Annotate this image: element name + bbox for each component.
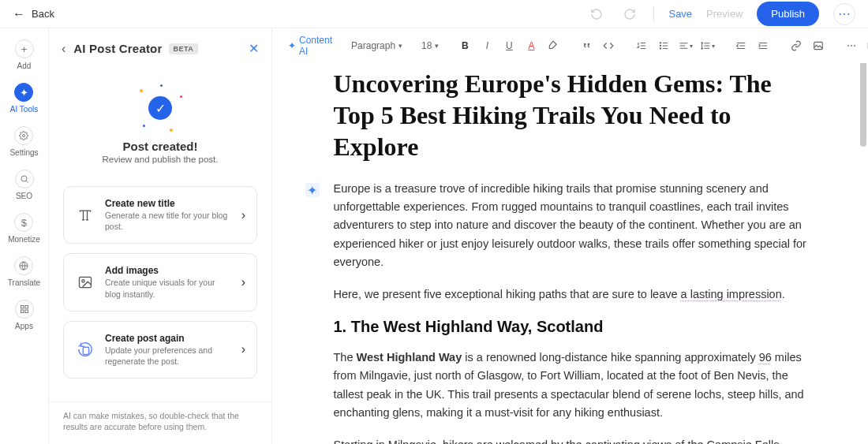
rail-label: AI Tools (10, 105, 38, 114)
sparkle-icon: ✦ (14, 83, 33, 102)
save-button[interactable]: Save (668, 8, 692, 20)
quote-button[interactable] (579, 39, 593, 53)
svg-rect-9 (83, 348, 88, 355)
content-ai-button[interactable]: ✦ Content AI (288, 35, 332, 57)
rail-item-translate[interactable]: Translate (8, 256, 40, 287)
chevron-down-icon: ▾ (398, 42, 402, 50)
svg-rect-3 (21, 306, 24, 309)
plus-icon: + (15, 39, 34, 58)
rail-item-add[interactable]: + Add (15, 39, 34, 70)
image-icon (75, 272, 95, 293)
rail-label: Apps (15, 322, 33, 330)
link-button[interactable] (789, 39, 803, 53)
scrollbar[interactable] (860, 28, 866, 444)
left-rail: + Add ✦ AI Tools Settings SEO $ Monetize (0, 28, 49, 444)
card-desc: Generate a new title for your blog post. (105, 210, 232, 232)
card-title: Add images (105, 265, 232, 276)
close-icon[interactable]: ✕ (249, 41, 259, 56)
chevron-right-icon: › (241, 342, 245, 356)
title-icon (75, 205, 95, 226)
card-create-new-title[interactable]: Create new title Generate a new title fo… (63, 186, 257, 244)
publish-button[interactable]: Publish (757, 2, 819, 26)
italic-button[interactable]: I (480, 39, 494, 53)
chevron-down-icon: ▾ (435, 42, 439, 50)
toolbar-more-button[interactable]: ⋯ (844, 39, 859, 53)
beta-badge: BETA (169, 43, 199, 54)
font-size-select[interactable]: 18 ▾ (421, 40, 439, 51)
rail-item-settings[interactable]: Settings (9, 126, 38, 157)
panel-back-button[interactable]: ‹ (62, 42, 65, 56)
editor-area: ✦ Content AI Paragraph ▾ 18 ▾ B I U A (272, 28, 868, 444)
paragraph-select[interactable]: Paragraph ▾ (351, 40, 402, 51)
svg-rect-5 (21, 310, 24, 313)
more-button[interactable]: ⋯ (833, 3, 855, 25)
check-icon: ✓ (148, 96, 172, 120)
svg-point-0 (23, 135, 25, 137)
bullet-list-button[interactable] (657, 39, 671, 53)
text-color-button[interactable]: A (524, 39, 538, 53)
underline-button[interactable]: U (502, 39, 516, 53)
highlight-button[interactable] (546, 39, 560, 53)
image-insert-button[interactable] (811, 39, 825, 53)
success-subtitle: Review and publish the post. (63, 155, 257, 164)
top-actions: Save Preview Publish ⋯ (587, 2, 855, 26)
svg-point-10 (660, 43, 661, 43)
svg-rect-4 (25, 306, 28, 309)
rail-item-ai-tools[interactable]: ✦ AI Tools (10, 83, 38, 114)
card-create-post-again[interactable]: Create post again Update your preference… (63, 321, 257, 379)
search-icon (15, 170, 34, 188)
doc-paragraph[interactable]: Europe is a treasure trove of incredible… (334, 180, 807, 271)
sparkle-icon: ✦ (288, 40, 296, 51)
back-button[interactable]: ← Back (13, 7, 54, 21)
spellcheck-underline[interactable]: 96 (759, 351, 772, 364)
chevron-right-icon: › (241, 275, 245, 289)
ellipsis-icon: ⋯ (838, 6, 851, 21)
card-add-images[interactable]: Add images Create unique visuals for you… (63, 253, 257, 311)
chevron-right-icon: › (241, 208, 245, 222)
bold-button[interactable]: B (458, 39, 472, 53)
svg-rect-6 (25, 310, 28, 313)
doc-paragraph[interactable]: The West Highland Way is a renowned long… (334, 349, 807, 422)
doc-heading[interactable]: 1. The West Highland Way, Scotland (334, 318, 807, 336)
line-height-button[interactable]: ▾ (701, 39, 715, 53)
increase-indent-button[interactable] (756, 39, 770, 53)
document-content[interactable]: Uncovering Europe's Hidden Gems: The Top… (286, 63, 855, 444)
align-button[interactable]: ▾ (679, 39, 693, 53)
svg-point-1 (21, 176, 27, 181)
ai-badge-icon[interactable]: ✦ (305, 183, 320, 197)
numbered-list-button[interactable] (634, 39, 649, 53)
svg-rect-7 (80, 277, 92, 287)
code-button[interactable] (601, 39, 615, 53)
regenerate-icon (75, 339, 95, 360)
undo-button[interactable] (587, 5, 606, 24)
card-desc: Update your preferences and regenerate t… (105, 345, 232, 367)
rail-item-seo[interactable]: SEO (15, 170, 34, 200)
preview-button: Preview (706, 8, 743, 20)
success-graphic: ✓ (137, 84, 184, 132)
svg-point-8 (82, 280, 84, 282)
globe-icon (14, 256, 33, 275)
decrease-indent-button[interactable] (734, 39, 748, 53)
rail-item-monetize[interactable]: $ Monetize (8, 213, 40, 244)
card-title: Create new title (105, 198, 232, 209)
grid-icon (15, 300, 34, 319)
doc-paragraph[interactable]: Starting in Milngavie, hikers are welcom… (334, 436, 807, 444)
doc-paragraph[interactable]: Here, we present five exceptional hiking… (334, 285, 807, 304)
arrow-left-icon: ← (13, 7, 25, 21)
doc-title[interactable]: Uncovering Europe's Hidden Gems: The Top… (334, 68, 807, 162)
editor-toolbar: ✦ Content AI Paragraph ▾ 18 ▾ B I U A (272, 28, 868, 63)
rail-label: Settings (9, 148, 38, 157)
card-title: Create post again (105, 333, 232, 344)
gear-icon (14, 126, 33, 145)
spellcheck-underline[interactable]: a lasting impression (681, 288, 782, 300)
rail-item-apps[interactable]: Apps (15, 300, 34, 330)
rail-label: Add (17, 62, 32, 70)
success-title: Post created! (63, 140, 257, 153)
dollar-icon: $ (14, 213, 33, 232)
panel-disclaimer: AI can make mistakes, so double-check th… (49, 401, 271, 444)
top-bar: ← Back Save Preview Publish ⋯ (0, 0, 868, 28)
back-label: Back (32, 8, 54, 20)
redo-button[interactable] (620, 5, 639, 24)
rail-label: Monetize (8, 235, 40, 244)
panel-title: AI Post Creator BETA (73, 42, 241, 55)
